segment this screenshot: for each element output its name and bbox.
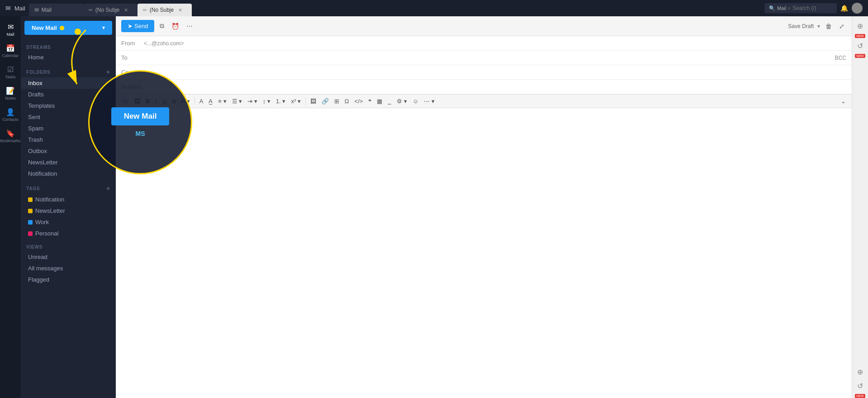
- attach-file-icon[interactable]: 📎: [119, 96, 131, 106]
- horizontal-rule-button[interactable]: ⎯: [385, 96, 394, 106]
- save-draft-label[interactable]: Save Draft: [788, 23, 814, 29]
- user-avatar[interactable]: [852, 3, 863, 14]
- flagged-label: Flagged: [28, 276, 49, 283]
- sidebar-item-home[interactable]: Home: [21, 52, 116, 63]
- emoji-button[interactable]: ☺: [410, 96, 421, 106]
- sidebar-item-tag-newsletter[interactable]: NewsLetter: [21, 205, 116, 216]
- tab-close-1[interactable]: ✕: [124, 7, 128, 13]
- indent-button[interactable]: ⇥ ▾: [245, 96, 260, 106]
- subject-input[interactable]: [144, 83, 846, 90]
- mail-nav-icon: ✉: [8, 23, 14, 31]
- compose-body[interactable]: [116, 108, 852, 398]
- main-area: ✉ Mail 📅 Calendar ☑ Tasks 📝 Notes 👤 Cont…: [0, 16, 868, 398]
- save-draft-chevron: ▾: [817, 23, 820, 29]
- notification-bell-icon[interactable]: 🔔: [840, 5, 848, 12]
- more-format-button[interactable]: ⋯ ▾: [422, 96, 437, 106]
- mail-app-icon: ✉: [5, 5, 11, 12]
- insert-special-icon[interactable]: Ω: [342, 96, 351, 106]
- delete-icon[interactable]: 🗑: [824, 22, 834, 31]
- send-button[interactable]: ➤ Send: [121, 20, 154, 32]
- sidebar-item-spam[interactable]: Spam: [21, 123, 116, 134]
- strikethrough-button[interactable]: S: [170, 96, 178, 106]
- right-icon-2[interactable]: ↺: [855, 40, 865, 52]
- to-field-row[interactable]: To BCC: [116, 51, 852, 65]
- insert-image-button[interactable]: 🖼: [308, 96, 318, 106]
- to-input[interactable]: [144, 54, 835, 61]
- streams-header: STREAMS: [21, 39, 116, 52]
- cc-input[interactable]: [144, 69, 846, 76]
- from-field-row: From <...@zoho.com>: [116, 36, 852, 51]
- sidebar-item-all-messages[interactable]: All messages: [21, 263, 116, 274]
- sidebar-item-newsletter[interactable]: NewsLetter: [21, 157, 116, 168]
- underline-button[interactable]: U: [160, 96, 169, 106]
- image-attach-icon[interactable]: 🖼: [132, 96, 142, 106]
- cc-field-row[interactable]: Cc: [116, 65, 852, 80]
- tab-close-2[interactable]: ✕: [178, 7, 182, 13]
- sidebar-item-templates[interactable]: Templates: [21, 100, 116, 111]
- font-color-button[interactable]: A: [197, 96, 206, 106]
- right-bottom-icon-2[interactable]: ↺: [855, 380, 865, 392]
- search-input[interactable]: [792, 5, 842, 11]
- drafts-label: Drafts: [28, 91, 44, 98]
- expand-icon[interactable]: ⤢: [837, 22, 846, 31]
- subject-field-row[interactable]: Subject: [116, 80, 852, 94]
- to-label: To: [121, 54, 144, 61]
- table-button[interactable]: ▦: [375, 96, 384, 106]
- sidebar-item-mail[interactable]: ✉ Mail: [0, 20, 21, 39]
- notes-nav-icon: 📝: [6, 86, 15, 95]
- more-options-icon[interactable]: ⋯: [185, 22, 194, 31]
- sidebar-item-tasks[interactable]: ☑ Tasks: [0, 62, 21, 82]
- search-box[interactable]: 🔍 Mail ▾: [764, 3, 837, 13]
- sidebar-item-tag-personal[interactable]: Personal: [21, 228, 116, 239]
- sidebar-item-tag-notification[interactable]: Notification: [21, 194, 116, 205]
- list-button[interactable]: ☰ ▾: [230, 96, 245, 106]
- sidebar-item-drafts[interactable]: Drafts: [21, 89, 116, 100]
- sidebar-item-notes[interactable]: 📝 Notes: [0, 84, 21, 103]
- tab-edit-icon-2: ✏: [143, 7, 147, 13]
- from-label: From: [121, 40, 144, 47]
- blockquote-button[interactable]: ❝: [366, 96, 374, 106]
- compose-area: ➤ Send ⧉ ⏰ ⋯ Save Draft ▾ 🗑 ⤢ From <...@…: [116, 16, 852, 398]
- right-bottom-icon-1[interactable]: ⊕: [855, 366, 865, 378]
- code-button[interactable]: </>: [352, 96, 365, 106]
- sidebar-item-inbox[interactable]: Inbox: [21, 77, 116, 89]
- line-height-button[interactable]: ↕ ▾: [261, 96, 273, 106]
- font-size-selector[interactable]: A ▾: [179, 96, 192, 106]
- sidebar-item-notification[interactable]: Notification: [21, 168, 116, 179]
- italic-button[interactable]: I: [153, 96, 159, 106]
- text-align-button[interactable]: ≡ ▾: [216, 96, 228, 106]
- sidebar-item-bookmarks[interactable]: 🔖 Bookmarks: [0, 126, 21, 146]
- tab-mail[interactable]: ✉ Mail: [29, 4, 83, 16]
- sidebar-item-flagged[interactable]: Flagged: [21, 274, 116, 285]
- right-sidebar: ⊕ NEW ↺ NEW ⊕ ↺ NEW: [852, 16, 868, 398]
- list-ordered-button[interactable]: 1. ▾: [274, 96, 288, 106]
- sidebar-item-tag-work[interactable]: Work: [21, 216, 116, 228]
- bg-color-button[interactable]: A̲: [206, 96, 215, 106]
- sidebar-item-trash[interactable]: Trash: [21, 134, 116, 145]
- folders-add-icon[interactable]: +: [106, 68, 110, 76]
- bookmarks-nav-label: Bookmarks: [0, 139, 21, 143]
- insert-table-icon[interactable]: ⊞: [332, 96, 342, 106]
- bcc-label[interactable]: BCC: [835, 55, 846, 61]
- right-icon-1[interactable]: ⊕: [855, 20, 865, 32]
- format-more-button[interactable]: ⚙ ▾: [394, 96, 409, 106]
- compose-textarea[interactable]: [123, 115, 844, 391]
- bold-button[interactable]: B: [143, 96, 152, 106]
- sidebar-item-unread[interactable]: Unread: [21, 251, 116, 263]
- tab-nosubject-2[interactable]: ✏ (No Subje ✕: [138, 4, 192, 16]
- sidebar-item-contacts[interactable]: 👤 Contacts: [0, 105, 21, 125]
- sidebar-item-sent[interactable]: Sent: [21, 111, 116, 123]
- new-mail-chevron-icon[interactable]: ▾: [102, 25, 105, 31]
- tags-add-icon[interactable]: +: [106, 185, 110, 192]
- sidebar-item-outbox[interactable]: Outbox: [21, 145, 116, 157]
- copy-icon[interactable]: ⧉: [158, 21, 166, 31]
- clock-icon[interactable]: ⏰: [170, 22, 181, 31]
- format-expand-button[interactable]: ⌄: [839, 96, 848, 106]
- tab-nosubject-label-1: (No Subje: [95, 7, 119, 13]
- tab-nosubject-1[interactable]: ✏ (No Subje ✕: [83, 4, 138, 16]
- superscript-button[interactable]: x² ▾: [289, 96, 303, 106]
- insert-link-button[interactable]: 🔗: [319, 96, 331, 106]
- tag-personal-label: Personal: [35, 230, 58, 237]
- new-mail-button[interactable]: New Mail ▾: [24, 21, 112, 35]
- sidebar-item-calendar[interactable]: 📅 Calendar: [0, 41, 21, 61]
